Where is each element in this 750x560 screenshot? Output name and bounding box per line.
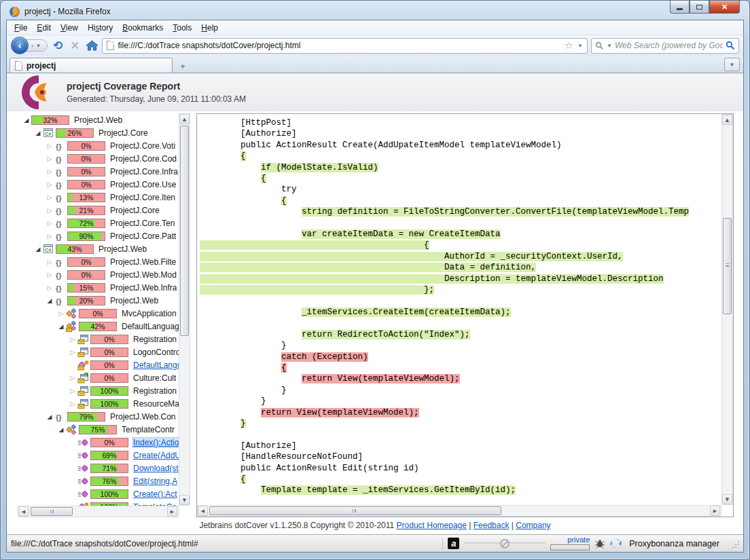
code-horizontal-scrollbar[interactable]: ◀ ▶ [197, 505, 721, 517]
tree-expand-icon[interactable]: ▷ [68, 375, 77, 381]
tree-expand-icon[interactable]: ▷ [45, 155, 54, 162]
tree-row[interactable]: ◢C#43%ProjectJ.Web [18, 242, 179, 255]
sync-addon-icon[interactable] [610, 538, 622, 549]
proxy-addon-label[interactable]: Proxybonanza manager [626, 539, 726, 548]
private-meter[interactable] [550, 544, 590, 550]
tree-expand-icon[interactable]: ▷ [68, 400, 77, 407]
bug-addon-icon[interactable] [594, 538, 605, 549]
stop-button[interactable]: ✕ [68, 39, 82, 52]
tree-expand-icon[interactable]: ▷ [68, 349, 77, 356]
tree-item-label[interactable]: ProjectJ.Core.Patt [110, 231, 176, 241]
tree-row[interactable]: ◢75%TemplateContr [18, 423, 179, 436]
menu-help[interactable]: Help [196, 22, 223, 34]
close-button[interactable]: ✕ [709, 1, 740, 14]
tree-row[interactable]: ◢32%ProjectJ.Web [18, 113, 179, 126]
minimize-button[interactable] [670, 1, 690, 14]
tree-row[interactable]: ◢{}20%ProjectJ.Web [18, 294, 179, 307]
tree-horizontal-scrollbar[interactable]: ◀ ▶ [18, 506, 179, 517]
tree-item-label[interactable]: ProjectJ.Web [99, 244, 147, 254]
menu-tools[interactable]: Tools [168, 22, 196, 34]
tree-vertical-scrollbar[interactable]: ▲ ▼ [179, 113, 190, 506]
tree-row[interactable]: ▷{}0%ProjectJ.Core.Infra [18, 165, 179, 178]
tab-projectj[interactable]: projectj [10, 58, 173, 73]
tree-row[interactable]: 69%Create(AddU [18, 449, 179, 462]
maximize-button[interactable] [690, 1, 709, 14]
search-placeholder[interactable]: Web Search (powered by Goo [615, 41, 723, 50]
tree-row[interactable]: ▷0%Registration [18, 333, 179, 346]
tree-expand-icon[interactable]: ▷ [45, 194, 54, 201]
tree-item-label[interactable]: LogonContro [133, 348, 179, 357]
reload-button[interactable]: ⟲ [51, 39, 65, 52]
tree-expand-icon[interactable]: ▷ [45, 272, 54, 278]
tree-item-label[interactable]: ProjectJ.Web.Mod [110, 270, 177, 280]
scroll-down-icon[interactable]: ▼ [179, 495, 190, 505]
tree-collapse-icon[interactable]: ◢ [45, 413, 54, 420]
tree-row[interactable]: ▷{}21%ProjectJ.Core [18, 204, 179, 217]
private-mode-widget[interactable]: private [550, 536, 590, 550]
url-text[interactable]: file:///C:/dotTrace snapshots/dotCover/p… [118, 41, 560, 50]
tree-expand-icon[interactable]: ▷ [56, 310, 66, 317]
tree-row[interactable]: ▷{}0%ProjectJ.Web.Filte [18, 255, 179, 268]
footer-link-company[interactable]: Company [516, 521, 550, 530]
font-size-addon-icon[interactable]: a [448, 538, 459, 549]
tree-expand-icon[interactable]: ▷ [45, 284, 54, 291]
tree-expand-icon[interactable]: ▷ [45, 168, 54, 175]
tree-item-label[interactable]: ProjectJ.Core [99, 128, 148, 138]
search-engine-icon[interactable] [595, 41, 604, 50]
tree-row[interactable]: 100%TemplateCo [18, 500, 179, 506]
private-label[interactable]: private [567, 536, 590, 544]
tree-row[interactable]: ▷0%Culture:Cult [18, 371, 179, 384]
menu-view[interactable]: View [56, 22, 83, 34]
tree-collapse-icon[interactable]: ◢ [56, 426, 66, 433]
tree-item-label[interactable]: Registration [133, 386, 177, 396]
tree-item-label[interactable]: MvcApplication [122, 309, 177, 318]
tree-hscroll-thumb[interactable] [31, 507, 73, 516]
tree-item-label[interactable]: Download(st [133, 464, 179, 473]
tree-item-label[interactable]: ProjectJ.Web.Infra [110, 283, 177, 293]
tree-collapse-icon[interactable]: ◢ [56, 323, 66, 330]
back-button[interactable]: ‹ [11, 37, 29, 54]
menu-edit[interactable]: Edit [32, 22, 56, 34]
url-bar[interactable]: file:///C:/dotTrace snapshots/dotCover/p… [102, 38, 588, 54]
tree-row[interactable]: ▷{}13%ProjectJ.Core.Iten [18, 191, 179, 204]
scroll-left-icon[interactable]: ◀ [18, 506, 29, 517]
list-all-tabs-button[interactable]: ▼ [724, 58, 740, 71]
tree-row[interactable]: 76%Edit(string,A [18, 474, 179, 487]
tree-row[interactable]: ▷{}0%ProjectJ.Web.Mod [18, 268, 179, 281]
search-engine-dropdown-icon[interactable]: ▼ [607, 43, 612, 49]
tree-expand-icon[interactable]: ▷ [45, 220, 54, 227]
tree-expand-icon[interactable]: ▷ [45, 143, 54, 149]
tree-row[interactable]: ▷{}15%ProjectJ.Web.Infra [18, 281, 179, 294]
tree-collapse-icon[interactable]: ◢ [22, 117, 31, 124]
footer-link-feedback[interactable]: Feedback [474, 521, 510, 530]
menu-file[interactable]: File [10, 22, 32, 34]
tree-item-label[interactable]: ProjectJ.Web.Con [110, 412, 176, 422]
tree-row[interactable]: 0%Index():Actio [18, 436, 179, 449]
scroll-right-icon[interactable]: ▶ [167, 506, 177, 517]
zoom-slider[interactable] [464, 542, 546, 544]
home-button[interactable] [86, 40, 99, 52]
tree-row[interactable]: ▷0%LogonContro [18, 346, 179, 358]
tree-expand-icon[interactable]: ▷ [45, 233, 54, 240]
window-resize-grip[interactable] [731, 540, 739, 548]
tree-row[interactable]: ▷{}0%ProjectJ.Core.Cod [18, 152, 179, 165]
tree-item-label[interactable]: Registration [133, 335, 177, 344]
tree-expand-icon[interactable]: ▷ [68, 336, 77, 343]
search-box[interactable]: ▼ Web Search (powered by Goo [591, 38, 739, 54]
tree-item-label[interactable]: ProjectJ.Core.Infra [110, 167, 178, 176]
tree-item-label[interactable]: ProjectJ.Web [110, 296, 158, 305]
bookmark-star-icon[interactable]: ☆ [565, 41, 573, 51]
menu-history[interactable]: History [83, 22, 118, 34]
tree-item-label[interactable]: TemplateContr [122, 425, 175, 434]
tree-row[interactable]: ▷100%ResourceMa [18, 397, 179, 410]
scroll-down-icon[interactable]: ▼ [722, 494, 732, 504]
tree-item-label[interactable]: DefaultLangu [133, 360, 179, 370]
tree-row[interactable]: 100%Create():Act [18, 487, 179, 500]
tree-expand-icon[interactable]: ▷ [45, 181, 54, 188]
code-vscroll-thumb[interactable] [723, 218, 732, 314]
new-tab-button[interactable]: + [174, 60, 192, 73]
tree-row[interactable]: ◢C#26%ProjectJ.Core [18, 126, 179, 139]
tree-item-label[interactable]: Index():Actio [133, 438, 179, 447]
tree-expand-icon[interactable]: ▷ [68, 388, 77, 394]
tree-row[interactable]: ◢42%DefaultLanguag [18, 320, 179, 333]
